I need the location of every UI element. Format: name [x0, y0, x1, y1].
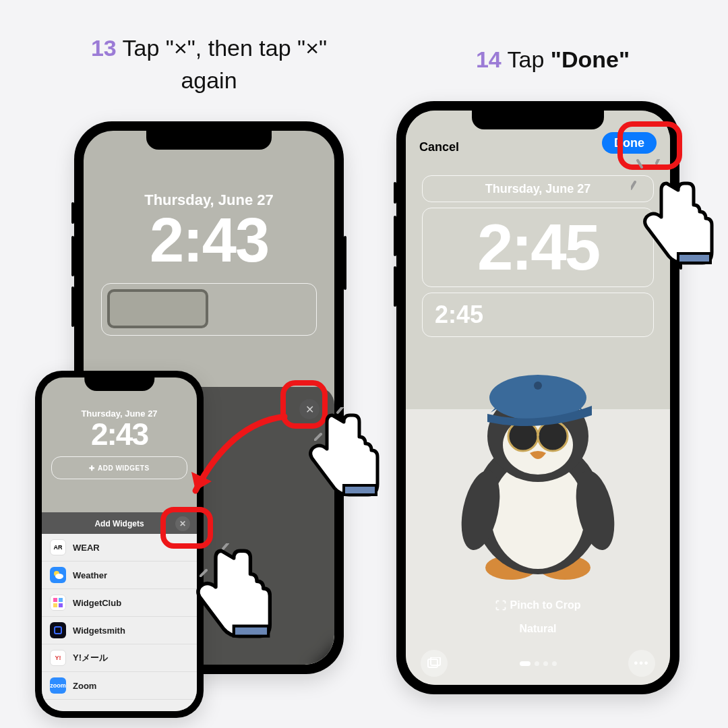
svg-line-13: [223, 543, 228, 549]
app-name: Widgetsmith: [73, 626, 125, 636]
svg-rect-10: [55, 627, 61, 634]
svg-line-33: [657, 159, 659, 163]
app-icon: zoom: [50, 677, 66, 694]
lockscreen-time: 2:43: [84, 209, 334, 271]
time-widget-slot[interactable]: 2:45: [422, 208, 654, 287]
step-number: 14: [476, 47, 502, 72]
svg-line-32: [638, 160, 642, 167]
notch: [84, 377, 154, 391]
widget-app-row[interactable]: zoomZoom: [42, 672, 197, 700]
wallpaper-subject: [450, 365, 626, 584]
filter-mode-label[interactable]: Natural: [406, 623, 670, 635]
photos-button[interactable]: [421, 650, 448, 677]
tap-sparkle-icon: [200, 543, 240, 577]
svg-line-2: [338, 407, 342, 413]
notch: [146, 131, 272, 150]
lockscreen-time: 2:43: [42, 419, 197, 450]
tap-sparkle-icon: [314, 407, 355, 441]
app-icon: AR: [50, 539, 66, 555]
step-text: Tap: [502, 47, 551, 72]
svg-line-1: [314, 434, 321, 441]
tap-sparkle-icon: [631, 159, 678, 200]
app-name: Y!メール: [73, 652, 108, 664]
svg-point-5: [55, 574, 63, 579]
app-name: Weather: [73, 570, 107, 580]
svg-line-3: [346, 422, 353, 425]
arrow-icon: [183, 410, 298, 518]
widget-app-row[interactable]: Weather: [42, 562, 197, 589]
pinch-to-crop-label: ⛶Pinch to Crop: [406, 599, 670, 612]
more-button[interactable]: •••: [628, 650, 655, 677]
app-icon: [50, 595, 66, 611]
svg-rect-7: [59, 598, 63, 602]
date-widget-slot[interactable]: Thursday, June 27: [422, 175, 654, 202]
add-widgets-button[interactable]: ✚ADD WIDGETS: [51, 456, 187, 479]
svg-rect-9: [59, 603, 63, 607]
app-icon: [50, 567, 66, 583]
app-icon: [50, 622, 66, 638]
app-icon: Y!: [50, 650, 66, 666]
step-text: Tap "×", then tap "×": [117, 35, 327, 61]
widget-app-row[interactable]: WidgetClub: [42, 589, 197, 617]
cancel-button[interactable]: Cancel: [419, 140, 459, 154]
svg-line-12: [200, 570, 206, 577]
svg-rect-0: [344, 485, 376, 495]
widget-app-row[interactable]: Y!Y!メール: [42, 644, 197, 672]
step-14-caption: 14 Tap "Done": [411, 44, 694, 76]
small-widget-slot[interactable]: 2:45: [422, 293, 654, 337]
app-name: Zoom: [73, 681, 96, 691]
step-bold: "Done": [551, 47, 630, 72]
step-13-caption: 13 Tap "×", then tap "×" again: [67, 32, 351, 96]
svg-line-31: [631, 182, 635, 189]
svg-rect-29: [431, 657, 440, 665]
notch: [472, 111, 604, 129]
svg-point-27: [534, 382, 542, 390]
svg-rect-8: [53, 603, 57, 607]
widget-app-row[interactable]: Widgetsmith: [42, 617, 197, 644]
page-dots[interactable]: [520, 661, 557, 666]
app-name: WidgetClub: [73, 598, 121, 608]
app-name: WEAR: [73, 543, 100, 553]
widget-slot[interactable]: [101, 283, 317, 336]
svg-line-14: [232, 558, 239, 561]
widget-placeholder[interactable]: [107, 289, 208, 328]
svg-point-24: [538, 421, 568, 451]
svg-rect-30: [678, 253, 710, 263]
step-number: 13: [91, 35, 117, 61]
step-text-line2: again: [181, 67, 237, 93]
svg-rect-28: [428, 659, 437, 667]
svg-rect-6: [53, 598, 57, 602]
bottom-bar: •••: [406, 650, 670, 677]
